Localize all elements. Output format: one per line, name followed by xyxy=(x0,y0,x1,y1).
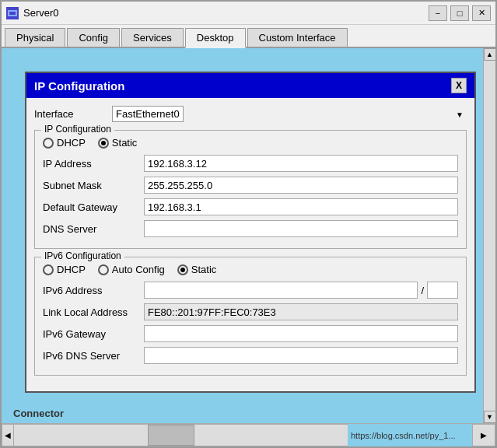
tab-custom-interface[interactable]: Custom Interface xyxy=(247,28,348,47)
scroll-thumb[interactable] xyxy=(148,425,194,446)
dialog-body: Interface FastEthernet0 ▼ IP Configurati… xyxy=(26,98,474,391)
tab-config[interactable]: Config xyxy=(67,28,120,47)
ipv6-slash: / xyxy=(418,285,427,296)
ipv6-gateway-label: IPv6 Gateway xyxy=(43,328,144,340)
dhcp-radio-option[interactable]: DHCP xyxy=(43,137,86,149)
ipv6-static-radio-circle xyxy=(177,264,188,275)
scroll-right-button[interactable]: ▶ xyxy=(472,424,495,446)
dhcp-radio-circle xyxy=(43,138,54,149)
ip-config-dialog: IP Configuration X Interface FastEtherne… xyxy=(25,72,476,393)
ipv6-gateway-row: IPv6 Gateway xyxy=(43,325,458,342)
ip-mode-radio-row: DHCP Static xyxy=(43,137,458,149)
ipv6-dhcp-radio-option[interactable]: DHCP xyxy=(43,264,86,275)
default-gateway-label: Default Gateway xyxy=(43,201,144,213)
tab-desktop[interactable]: Desktop xyxy=(185,28,246,48)
scrollbar-track[interactable] xyxy=(484,61,495,411)
select-arrow-icon: ▼ xyxy=(456,110,464,118)
ip-config-legend: IP Configuration xyxy=(41,124,114,135)
interface-label: Interface xyxy=(34,108,112,120)
content-area: Connector ▲ ▼ IP Configuration X Interfa… xyxy=(2,48,495,446)
ipv6-dns-input[interactable] xyxy=(144,347,458,364)
subnet-mask-input[interactable] xyxy=(144,177,458,194)
interface-select[interactable]: FastEthernet0 xyxy=(112,106,184,122)
dialog-title-bar: IP Configuration X xyxy=(26,73,474,98)
static-radio-option[interactable]: Static xyxy=(98,137,138,149)
window-title: Server0 xyxy=(23,7,429,19)
dhcp-label: DHCP xyxy=(57,137,86,149)
main-window: Server0 − □ ✕ Physical Config Services D… xyxy=(0,0,497,448)
title-bar: Server0 − □ ✕ xyxy=(2,2,495,25)
scrollbar-down-button[interactable]: ▼ xyxy=(484,411,496,423)
link-local-label: Link Local Address xyxy=(43,306,144,318)
ipv6-address-label: IPv6 Address xyxy=(43,285,144,296)
connector-label: Connector xyxy=(13,408,64,419)
maximize-button[interactable]: □ xyxy=(450,5,469,21)
interface-select-wrapper: FastEthernet0 ▼ xyxy=(112,106,467,122)
ipv6-prefix-input[interactable] xyxy=(427,282,458,299)
ip-address-input[interactable] xyxy=(144,155,458,172)
scroll-left-button[interactable]: ◀ xyxy=(2,424,14,446)
right-scrollbar: ▲ ▼ xyxy=(483,48,495,423)
link-local-input xyxy=(144,303,458,320)
url-display: https://blog.csdn.net/py_1... xyxy=(348,424,472,446)
svg-rect-2 xyxy=(9,12,16,15)
ipv6-auto-radio-circle xyxy=(98,264,109,275)
ipv6-mode-radio-row: DHCP Auto Config Static xyxy=(43,264,458,275)
bottom-bar: ◀ https://blog.csdn.net/py_1... ▶ xyxy=(2,423,495,446)
ipv6-static-label: Static xyxy=(191,264,217,275)
ipv6-legend: IPv6 Configuration xyxy=(41,250,124,261)
ip-config-section: IP Configuration DHCP Static xyxy=(34,130,467,249)
scrollbar-up-button[interactable]: ▲ xyxy=(484,48,496,61)
ipv6-auto-radio-option[interactable]: Auto Config xyxy=(98,264,165,275)
dns-server-label: DNS Server xyxy=(43,223,144,235)
ipv6-address-row: IPv6 Address / xyxy=(43,282,458,299)
dialog-title-text: IP Configuration xyxy=(34,79,124,93)
ipv6-static-radio-option[interactable]: Static xyxy=(177,264,217,275)
ipv6-gateway-input[interactable] xyxy=(144,325,458,342)
window-controls: − □ ✕ xyxy=(429,5,491,21)
static-radio-circle xyxy=(98,138,109,149)
ip-address-label: IP Address xyxy=(43,158,144,170)
scroll-track[interactable] xyxy=(14,424,348,446)
default-gateway-input[interactable] xyxy=(144,198,458,215)
default-gateway-row: Default Gateway xyxy=(43,198,458,215)
dns-server-row: DNS Server xyxy=(43,220,458,237)
subnet-mask-label: Subnet Mask xyxy=(43,180,144,191)
ipv6-dns-label: IPv6 DNS Server xyxy=(43,350,144,362)
dialog-close-button[interactable]: X xyxy=(451,78,467,93)
ipv6-auto-label: Auto Config xyxy=(112,264,165,275)
static-label: Static xyxy=(112,137,138,149)
subnet-mask-row: Subnet Mask xyxy=(43,177,458,194)
dns-server-input[interactable] xyxy=(144,220,458,237)
tab-bar: Physical Config Services Desktop Custom … xyxy=(2,25,495,48)
ipv6-address-input-group: / xyxy=(144,282,458,299)
ipv6-dns-row: IPv6 DNS Server xyxy=(43,347,458,364)
ip-address-row: IP Address xyxy=(43,155,458,172)
interface-row: Interface FastEthernet0 ▼ xyxy=(34,106,467,122)
link-local-row: Link Local Address xyxy=(43,303,458,320)
window-icon xyxy=(6,7,19,19)
close-button[interactable]: ✕ xyxy=(472,5,491,21)
ipv6-dhcp-label: DHCP xyxy=(57,264,86,275)
tab-physical[interactable]: Physical xyxy=(5,28,65,47)
ipv6-dhcp-radio-circle xyxy=(43,264,54,275)
tab-services[interactable]: Services xyxy=(121,28,184,47)
ipv6-address-input[interactable] xyxy=(144,282,418,299)
minimize-button[interactable]: − xyxy=(429,5,447,21)
ipv6-config-section: IPv6 Configuration DHCP Auto Config xyxy=(34,257,467,376)
